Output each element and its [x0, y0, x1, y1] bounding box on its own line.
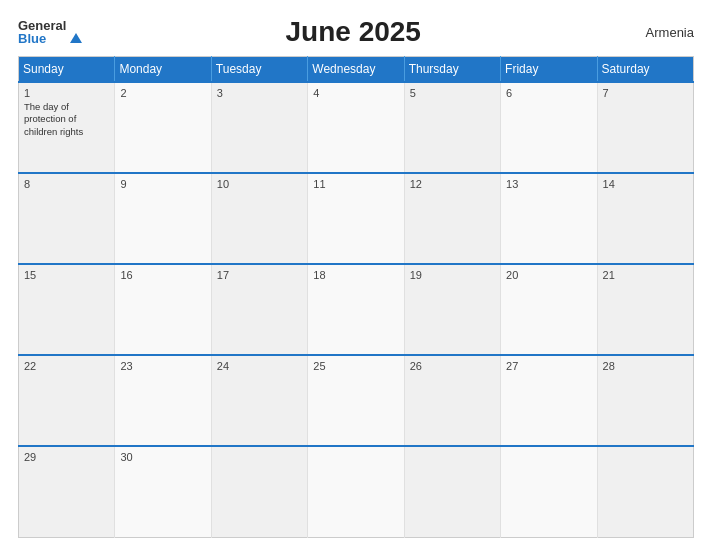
calendar-cell: 27 [501, 355, 597, 446]
day-number: 15 [24, 269, 109, 281]
calendar-cell: 8 [19, 173, 115, 264]
calendar-cell: 4 [308, 82, 404, 173]
day-number: 7 [603, 87, 688, 99]
day-number: 13 [506, 178, 591, 190]
day-number: 14 [603, 178, 688, 190]
calendar-cell: 30 [115, 446, 211, 537]
weekday-header-row: Sunday Monday Tuesday Wednesday Thursday… [19, 57, 694, 83]
calendar-page: General Blue June 2025 Armenia Sunday Mo… [0, 0, 712, 550]
calendar-cell [501, 446, 597, 537]
calendar-cell: 9 [115, 173, 211, 264]
calendar-cell [597, 446, 693, 537]
calendar-week-row: 1The day of protection of children right… [19, 82, 694, 173]
day-number: 9 [120, 178, 205, 190]
calendar-cell: 21 [597, 264, 693, 355]
country-label: Armenia [624, 25, 694, 40]
calendar-cell: 20 [501, 264, 597, 355]
day-number: 8 [24, 178, 109, 190]
holiday-text: The day of protection of children rights [24, 101, 109, 138]
calendar-cell: 13 [501, 173, 597, 264]
day-number: 2 [120, 87, 205, 99]
logo-triangle-icon [70, 33, 82, 43]
col-friday: Friday [501, 57, 597, 83]
day-number: 29 [24, 451, 109, 463]
col-saturday: Saturday [597, 57, 693, 83]
calendar-cell: 24 [211, 355, 307, 446]
day-number: 12 [410, 178, 495, 190]
calendar-week-row: 2930 [19, 446, 694, 537]
calendar-cell: 12 [404, 173, 500, 264]
logo-blue-text: Blue [18, 32, 66, 45]
calendar-cell: 29 [19, 446, 115, 537]
day-number: 10 [217, 178, 302, 190]
day-number: 22 [24, 360, 109, 372]
day-number: 25 [313, 360, 398, 372]
day-number: 24 [217, 360, 302, 372]
calendar-week-row: 22232425262728 [19, 355, 694, 446]
calendar-cell [308, 446, 404, 537]
day-number: 21 [603, 269, 688, 281]
calendar-cell: 26 [404, 355, 500, 446]
logo: General Blue [18, 19, 82, 45]
day-number: 23 [120, 360, 205, 372]
col-sunday: Sunday [19, 57, 115, 83]
calendar-week-row: 891011121314 [19, 173, 694, 264]
col-monday: Monday [115, 57, 211, 83]
calendar-cell: 19 [404, 264, 500, 355]
day-number: 20 [506, 269, 591, 281]
calendar-cell: 2 [115, 82, 211, 173]
day-number: 30 [120, 451, 205, 463]
calendar-cell: 5 [404, 82, 500, 173]
calendar-cell: 7 [597, 82, 693, 173]
calendar-cell: 16 [115, 264, 211, 355]
day-number: 18 [313, 269, 398, 281]
calendar-cell: 15 [19, 264, 115, 355]
day-number: 1 [24, 87, 109, 99]
calendar-cell: 23 [115, 355, 211, 446]
day-number: 6 [506, 87, 591, 99]
col-thursday: Thursday [404, 57, 500, 83]
day-number: 3 [217, 87, 302, 99]
day-number: 27 [506, 360, 591, 372]
col-tuesday: Tuesday [211, 57, 307, 83]
calendar-cell: 18 [308, 264, 404, 355]
col-wednesday: Wednesday [308, 57, 404, 83]
day-number: 19 [410, 269, 495, 281]
calendar-cell: 1The day of protection of children right… [19, 82, 115, 173]
day-number: 26 [410, 360, 495, 372]
day-number: 16 [120, 269, 205, 281]
calendar-cell: 14 [597, 173, 693, 264]
calendar-table: Sunday Monday Tuesday Wednesday Thursday… [18, 56, 694, 538]
calendar-cell [404, 446, 500, 537]
day-number: 28 [603, 360, 688, 372]
calendar-cell [211, 446, 307, 537]
calendar-cell: 6 [501, 82, 597, 173]
day-number: 17 [217, 269, 302, 281]
day-number: 4 [313, 87, 398, 99]
day-number: 11 [313, 178, 398, 190]
calendar-cell: 10 [211, 173, 307, 264]
calendar-cell: 17 [211, 264, 307, 355]
calendar-cell: 22 [19, 355, 115, 446]
header: General Blue June 2025 Armenia [18, 16, 694, 48]
calendar-cell: 25 [308, 355, 404, 446]
day-number: 5 [410, 87, 495, 99]
calendar-week-row: 15161718192021 [19, 264, 694, 355]
calendar-cell: 11 [308, 173, 404, 264]
calendar-cell: 3 [211, 82, 307, 173]
calendar-title: June 2025 [82, 16, 624, 48]
calendar-cell: 28 [597, 355, 693, 446]
